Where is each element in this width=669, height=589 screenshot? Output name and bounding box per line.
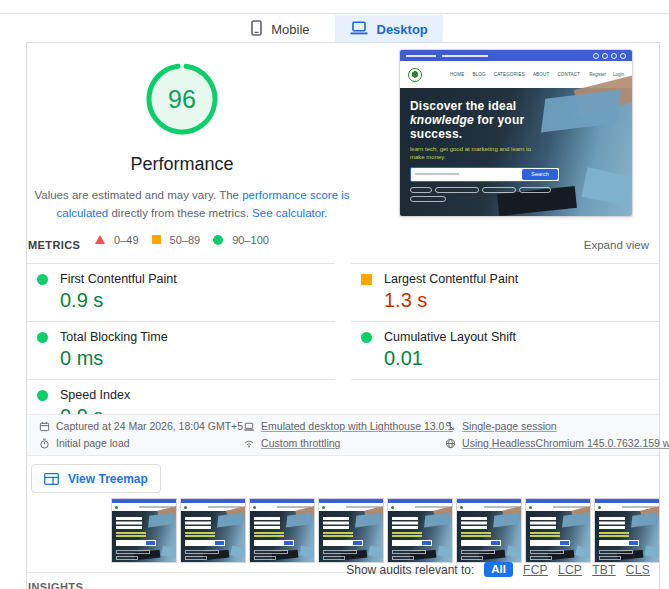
pass-circle-icon <box>361 332 372 343</box>
preview-nav-contact: CONTACT <box>557 72 580 77</box>
preview-tag-pills-2 <box>410 196 560 202</box>
hero-line-2: knowledge for your <box>410 114 560 128</box>
metric-cls-value: 0.01 <box>384 347 659 370</box>
pass-circle-icon <box>37 274 48 285</box>
preview-search-placeholder <box>415 173 459 175</box>
metric-cls-label: Cumulative Layout Shift <box>384 330 516 344</box>
env-initial-load-label: Initial page load <box>56 437 130 449</box>
preview-hero-text: Discover the ideal knowledge for your su… <box>410 100 560 202</box>
metric-fcp-value: 0.9 s <box>60 289 335 312</box>
wifi-icon <box>243 438 255 449</box>
filmstrip-frame <box>180 498 246 563</box>
desc-text-2: directly from these metrics. <box>108 207 252 219</box>
preview-topbar <box>400 50 632 61</box>
audit-filter-fcp[interactable]: FCP <box>523 563 548 577</box>
score-description: Values are estimated and may vary. The p… <box>27 187 357 223</box>
final-screenshot-preview[interactable]: HOME BLOG CATEGORIES ABOUT CONTACT Regis… <box>399 49 633 217</box>
lighthouse-report: Mobile Desktop 96 Performance Values are… <box>0 0 669 589</box>
hero-line-3: success. <box>410 128 560 142</box>
filmstrip-frame <box>318 498 384 563</box>
preview-nav-about: ABOUT <box>533 72 550 77</box>
desc-text-1: Values are estimated and may vary. The <box>34 189 242 201</box>
env-initial-load: Initial page load <box>39 437 243 449</box>
audit-filter-tbt[interactable]: TBT <box>592 563 616 577</box>
tab-mobile-label: Mobile <box>271 22 309 37</box>
preview-nav-categories: CATEGORIES <box>494 72 525 77</box>
env-captured: Captured at 24 Mar 2026, 18:04 GMT+5 <box>39 420 243 432</box>
performance-score: 96 <box>146 63 218 135</box>
filmstrip-frame <box>456 498 522 563</box>
metrics-title: METRICS <box>28 239 80 251</box>
performance-title: Performance <box>27 154 337 175</box>
score-section: 96 Performance Values are estimated and … <box>27 43 337 246</box>
filmstrip-frame <box>249 498 315 563</box>
audit-filter-all[interactable]: All <box>484 562 513 577</box>
metric-si-label: Speed Index <box>60 388 130 402</box>
globe-icon <box>445 438 456 449</box>
preview-login: Login <box>613 72 624 77</box>
env-session-label[interactable]: Single-page session <box>462 420 557 432</box>
preview-register: Register <box>589 72 606 77</box>
metric-tbt-label: Total Blocking Time <box>60 330 168 344</box>
stopwatch-icon <box>39 438 50 449</box>
pass-circle-icon <box>37 390 48 401</box>
view-treemap-button[interactable]: View Treemap <box>31 464 161 493</box>
filmstrip-frame <box>387 498 453 563</box>
metrics-grid: First Contentful Paint 0.9 s Total Block… <box>27 263 659 437</box>
env-column-2: Emulated desktop with Lighthouse 13.0.1 … <box>243 420 445 455</box>
see-calculator-link[interactable]: See calculator. <box>252 207 327 219</box>
insights-header: INSIGHTS <box>28 581 83 589</box>
env-chromium: Using HeadlessChromium 145.0.7632.159 wi… <box>445 437 669 449</box>
filmstrip <box>111 498 660 563</box>
metric-fcp: First Contentful Paint 0.9 s <box>27 263 335 321</box>
env-session: Single-page session <box>445 420 669 432</box>
view-treemap-label: View Treemap <box>68 472 148 486</box>
metric-tbt: Total Blocking Time 0 ms <box>27 321 335 379</box>
metric-cls: Cumulative Layout Shift 0.01 <box>351 321 659 380</box>
preview-social-icons <box>593 53 626 59</box>
filmstrip-frame <box>111 498 177 563</box>
average-square-icon <box>361 274 372 285</box>
metrics-right-column: Largest Contentful Paint 1.3 s Cumulativ… <box>351 263 659 437</box>
env-emulation: Emulated desktop with Lighthouse 13.0.1 <box>243 420 445 432</box>
preview-logo <box>408 68 422 82</box>
tab-desktop-label: Desktop <box>377 22 428 37</box>
report-card: 96 Performance Values are estimated and … <box>26 42 660 589</box>
audit-filter-lcp[interactable]: LCP <box>558 563 582 577</box>
treemap-icon <box>44 473 59 485</box>
preview-tag-pills <box>410 187 560 193</box>
top-divider <box>0 13 669 14</box>
preview-menu: HOME BLOG CATEGORIES ABOUT CONTACT <box>450 72 580 77</box>
preview-search-button: Search <box>522 169 558 180</box>
env-chromium-label[interactable]: Using HeadlessChromium 145.0.7632.159 wi… <box>462 437 669 449</box>
env-throttling-label[interactable]: Custom throttling <box>261 437 340 449</box>
preview-auth-links: Register Login <box>589 72 624 77</box>
expand-view-button[interactable]: Expand view <box>584 239 649 251</box>
preview-hero: Discover the ideal knowledge for your su… <box>400 88 632 216</box>
env-column-3: Single-page session Using HeadlessChromi… <box>445 420 669 455</box>
filmstrip-frame <box>525 498 591 563</box>
metric-tbt-value: 0 ms <box>60 347 335 370</box>
metric-lcp-value: 1.3 s <box>384 289 659 312</box>
metric-fcp-label: First Contentful Paint <box>60 272 177 286</box>
metrics-left-column: First Contentful Paint 0.9 s Total Block… <box>27 263 335 437</box>
metric-lcp-label: Largest Contentful Paint <box>384 272 518 286</box>
env-column-1: Captured at 24 Mar 2026, 18:04 GMT+5 Ini… <box>39 420 243 455</box>
mobile-phone-icon <box>251 20 262 39</box>
preview-search-bar: Search <box>410 167 560 182</box>
audit-filter-cls[interactable]: CLS <box>626 563 650 577</box>
metrics-header-row: METRICS Expand view <box>28 239 649 251</box>
calendar-icon <box>39 421 50 432</box>
desktop-laptop-icon <box>350 21 368 38</box>
pass-circle-icon <box>37 332 48 343</box>
environment-block: Captured at 24 Mar 2026, 18:04 GMT+5 Ini… <box>27 414 659 456</box>
performance-gauge[interactable]: 96 <box>146 63 218 135</box>
env-captured-label: Captured at 24 Mar 2026, 18:04 GMT+5 <box>56 420 243 432</box>
hero-line-2-rest: for your <box>474 113 524 127</box>
hero-subtext: learn tech, get good at marketing and le… <box>410 145 536 161</box>
preview-nav-blog: BLOG <box>472 72 485 77</box>
filmstrip-frame <box>594 498 660 563</box>
env-emulation-label[interactable]: Emulated desktop with Lighthouse 13.0.1 <box>261 420 453 432</box>
devices-icon <box>243 421 255 432</box>
hero-line-1: Discover the ideal <box>410 100 560 114</box>
